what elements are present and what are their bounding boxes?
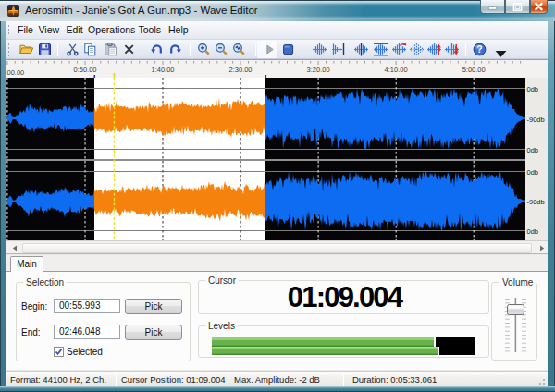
svg-text:?: ? bbox=[476, 43, 482, 55]
svg-text:-90db: -90db bbox=[527, 198, 545, 206]
svg-text:3:20.00: 3:20.00 bbox=[307, 66, 330, 74]
svg-text:5:00.00: 5:00.00 bbox=[462, 66, 486, 74]
svg-text:2:30.00: 2:30.00 bbox=[228, 66, 252, 74]
svg-text:-90db: -90db bbox=[527, 116, 545, 124]
svg-text:0db: 0db bbox=[527, 85, 539, 93]
svg-text:0db: 0db bbox=[527, 227, 539, 236]
svg-text:0db: 0db bbox=[527, 168, 539, 177]
svg-text:1:40.00: 1:40.00 bbox=[151, 66, 174, 74]
svg-text:0db: 0db bbox=[527, 146, 539, 154]
svg-text:4:10.00: 4:10.00 bbox=[385, 66, 408, 74]
svg-text:00.00: 00.00 bbox=[7, 68, 25, 77]
svg-text:0:50.00: 0:50.00 bbox=[73, 66, 96, 74]
